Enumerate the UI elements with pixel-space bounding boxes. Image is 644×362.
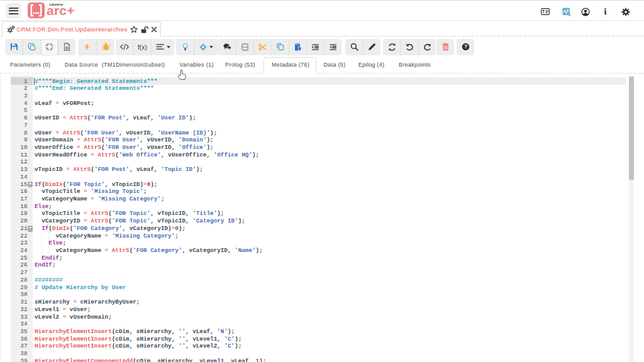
svg-text:?: ?: [464, 44, 467, 50]
